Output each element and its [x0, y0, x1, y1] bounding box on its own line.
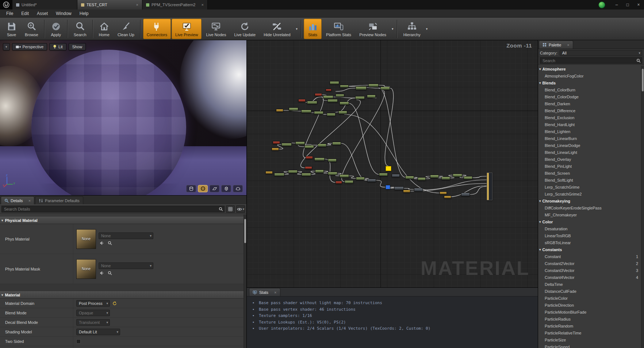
property-dropdown[interactable]: Default Lit▾ — [76, 329, 120, 335]
graph-node[interactable] — [444, 196, 451, 198]
palette-item[interactable]: ParticleSize — [538, 336, 644, 343]
menu-asset[interactable]: Asset — [33, 11, 52, 16]
graph-node[interactable] — [340, 174, 349, 178]
palette-item[interactable]: Lerp_ScratchGrime2 — [538, 190, 644, 197]
graph-node[interactable] — [355, 96, 365, 99]
graph-node[interactable] — [487, 173, 492, 200]
toolbar-button-save[interactable]: Save — [3, 19, 20, 39]
graph-node[interactable] — [414, 188, 423, 192]
graph-node[interactable] — [273, 141, 280, 144]
checkbox[interactable] — [76, 339, 81, 344]
graph-node[interactable] — [464, 176, 472, 179]
preview-shape-mesh[interactable] — [233, 185, 243, 192]
graph-node[interactable] — [336, 94, 344, 97]
graph-node[interactable] — [305, 166, 312, 169]
graph-node[interactable] — [307, 101, 317, 104]
scrollbar-thumb[interactable] — [244, 219, 246, 243]
palette-item[interactable]: DiffColorKeyerErodeSinglePass — [538, 204, 644, 211]
graph-node[interactable] — [345, 180, 353, 184]
palette-item[interactable]: Blend_Difference — [538, 107, 644, 114]
graph-node[interactable] — [380, 87, 390, 90]
close-icon[interactable]: × — [25, 198, 31, 203]
graph-node[interactable] — [315, 93, 322, 96]
section-material[interactable]: ▾ Material — [0, 291, 246, 299]
close-icon[interactable]: × — [271, 290, 276, 295]
graph-node[interactable] — [386, 166, 391, 171]
toolbar-button-hide-unrelated[interactable]: Hide Unrelated — [260, 19, 294, 39]
tab-palette[interactable]: Palette × — [539, 41, 573, 49]
graph-node[interactable] — [392, 174, 400, 177]
perspective-button[interactable]: Perspective — [12, 43, 47, 50]
graph-node[interactable] — [302, 173, 311, 176]
asset-dropdown[interactable]: None▾ — [99, 232, 153, 239]
titlebar-drag-area[interactable] — [208, 0, 598, 10]
graph-node[interactable] — [298, 99, 306, 102]
graph-node[interactable] — [272, 148, 279, 151]
property-matrix-button[interactable] — [226, 205, 235, 213]
preview-shape-plane[interactable] — [210, 185, 219, 192]
close-icon[interactable]: × — [563, 43, 569, 47]
details-search-input[interactable] — [1, 206, 225, 212]
minimize-button[interactable]: – — [611, 0, 622, 10]
category-dropdown[interactable]: All ▾ — [560, 50, 642, 56]
graph-node[interactable] — [461, 193, 470, 196]
view-options-button[interactable]: ▾ — [236, 205, 245, 213]
graph-node[interactable] — [430, 175, 439, 178]
preview-shape-cylinder[interactable] — [186, 185, 196, 192]
graph-node[interactable] — [356, 86, 367, 90]
graph-node[interactable] — [379, 173, 388, 176]
palette-item[interactable]: Constant4Vector4 — [538, 274, 644, 281]
menu-file[interactable]: File — [2, 11, 17, 16]
palette-item[interactable]: Blend_LinearLight — [538, 149, 644, 156]
asset-tab-ppm_tvscreenpattern2[interactable]: PPM_TVScreenPattern2× — [142, 0, 208, 10]
palette-item[interactable]: ParticleSpeed — [538, 343, 644, 348]
palette-item[interactable]: Blend_ColorDodge — [538, 93, 644, 100]
palette-category[interactable]: ▾Atmosphere — [538, 65, 644, 72]
graph-node[interactable] — [338, 111, 347, 114]
graph-node[interactable] — [453, 174, 462, 177]
graph-node[interactable] — [328, 172, 337, 175]
toolbar-button-platform-stats[interactable]: Platform Stats — [322, 19, 355, 39]
property-dropdown[interactable]: Opaque▾ — [76, 310, 110, 316]
use-selected-asset-icon[interactable] — [99, 241, 104, 245]
graph-node[interactable] — [323, 95, 333, 99]
palette-item[interactable]: Blend_HardLight — [538, 121, 644, 128]
graph-node[interactable] — [418, 177, 426, 181]
palette-item[interactable]: Blend_PinLight — [538, 163, 644, 170]
property-dropdown[interactable]: Translucent▾ — [76, 319, 110, 326]
graph-node[interactable] — [367, 95, 376, 98]
palette-item[interactable]: Blend_SoftLight — [538, 177, 644, 184]
toolbar-button-preview-nodes[interactable]: Preview Nodes — [356, 19, 390, 39]
close-icon[interactable]: × — [198, 3, 203, 7]
palette-scrollbar[interactable] — [641, 66, 644, 348]
graph-node[interactable] — [386, 185, 390, 189]
palette-item[interactable]: Blend_ColorBurn — [538, 86, 644, 93]
palette-item[interactable]: Constant3Vector3 — [538, 267, 644, 274]
toolbar-button-live-nodes[interactable]: Live Nodes — [202, 19, 230, 39]
menu-window[interactable]: Window — [52, 11, 76, 16]
graph-node[interactable] — [281, 143, 292, 146]
section-physical-material[interactable]: ▾ Physical Material — [0, 217, 246, 224]
tab-parameter-defaults[interactable]: Parameter Defaults — [35, 196, 83, 204]
palette-item[interactable]: Blend_LinearBurn — [538, 135, 644, 142]
palette-item[interactable]: LinearTosRGB — [538, 232, 644, 239]
palette-item[interactable]: Desaturation — [538, 225, 644, 232]
menu-help[interactable]: Help — [76, 11, 93, 16]
toolbar-button-browse[interactable]: Browse — [21, 19, 42, 39]
property-dropdown[interactable]: Post Process▾ — [76, 300, 110, 307]
lit-mode-button[interactable]: Lit — [49, 43, 66, 50]
palette-item[interactable]: ParticleRandom — [538, 322, 644, 329]
graph-node[interactable] — [330, 81, 339, 84]
chevron-down-icon[interactable]: ▾ — [390, 27, 395, 31]
graph-node[interactable] — [301, 110, 311, 113]
graph-node[interactable] — [336, 181, 342, 184]
toolbar-button-hierarchy[interactable]: Hierarchy — [400, 19, 424, 39]
palette-item[interactable]: ParticleRadius — [538, 315, 644, 322]
graph-node[interactable] — [403, 190, 410, 193]
launcher-icon[interactable] — [598, 1, 605, 8]
palette-category[interactable]: ▾Chromakeying — [538, 197, 644, 204]
palette-item[interactable]: ParticleColor — [538, 295, 644, 302]
palette-item[interactable]: Blend_Darken — [538, 100, 644, 107]
palette-item[interactable]: MF_Chromakeyer — [538, 211, 644, 218]
asset-dropdown[interactable]: None▾ — [99, 262, 153, 269]
